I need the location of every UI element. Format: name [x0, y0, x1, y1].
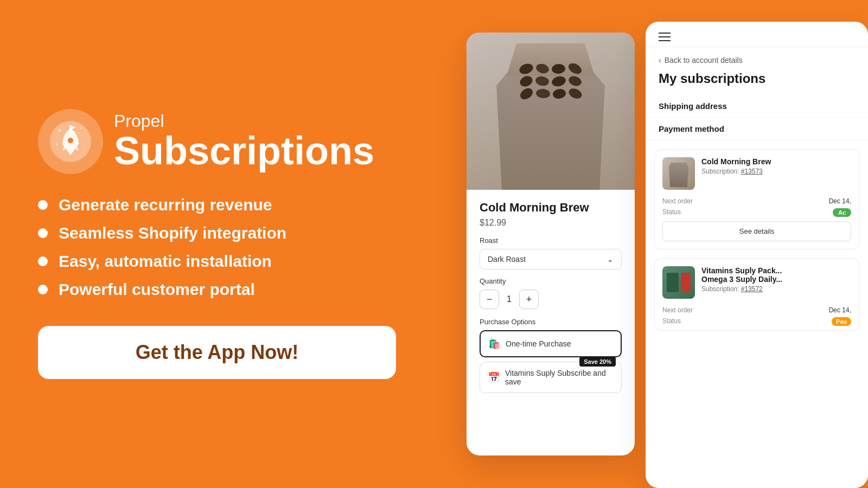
- cta-button[interactable]: Get the App Now!: [38, 326, 396, 379]
- shipping-address-nav[interactable]: Shipping address: [646, 95, 868, 118]
- active-badge: Ac: [833, 208, 851, 217]
- brand-header: Propel Subscriptions: [38, 109, 429, 174]
- menu-icon[interactable]: [659, 33, 671, 41]
- payment-method-nav[interactable]: Payment method: [646, 118, 868, 140]
- brand-name: Propel: [114, 112, 374, 131]
- status-value-1: Ac: [758, 208, 851, 217]
- bag-icon: 🛍️: [488, 338, 500, 350]
- sub-id-1: Subscription: #13573: [701, 168, 851, 175]
- quantity-decrease-button[interactable]: −: [480, 290, 499, 309]
- product-info: Cold Morning Brew $12.99 Roast Dark Roas…: [467, 190, 635, 455]
- bullet-icon-1: [38, 200, 48, 210]
- svg-point-1: [68, 138, 73, 143]
- logo-icon: [49, 120, 92, 163]
- left-marketing-section: Propel Subscriptions Generate recurring …: [0, 0, 467, 488]
- one-time-purchase-option[interactable]: 🛍️ One-time Purchase: [480, 330, 622, 357]
- sub-id-link-1[interactable]: #13573: [741, 168, 763, 175]
- feature-item-1: Generate recurring revenue: [38, 196, 429, 214]
- bullet-icon-4: [38, 285, 48, 294]
- svg-point-2: [59, 130, 61, 132]
- sub-card-header-2: Vitamins Suply Pack... Omega 3 Suply Dai…: [655, 259, 859, 306]
- svg-point-4: [56, 144, 58, 145]
- product-image: [467, 33, 635, 190]
- brand-logo: [38, 109, 103, 174]
- roast-value: Dark Roast: [488, 255, 526, 264]
- sub-info-1: Cold Morning Brew Subscription: #13573: [701, 157, 851, 175]
- feature-item-4: Powerful customer portal: [38, 280, 429, 299]
- back-to-account-button[interactable]: ‹ Back to account details: [646, 47, 868, 69]
- see-details-button-1[interactable]: See details: [662, 221, 851, 241]
- portal-panel: ‹ Back to account details My subscriptio…: [646, 22, 868, 488]
- feature-item-3: Easy, automatic installation: [38, 252, 429, 271]
- cta-label: Get the App Now!: [136, 341, 299, 364]
- subscribe-icon: 📅: [488, 371, 500, 383]
- bullet-icon-2: [38, 228, 48, 238]
- feature-item-2: Seamless Shopify integration: [38, 224, 429, 242]
- status-label-2: Status: [662, 317, 755, 326]
- sub-id-link-2[interactable]: #13572: [741, 285, 763, 293]
- sub-product-name-1: Cold Morning Brew: [701, 157, 851, 166]
- quantity-label: Quantity: [480, 277, 622, 285]
- portal-title: My subscriptions: [646, 69, 868, 95]
- subscribe-option[interactable]: Save 20% 📅 Vitamins Suply Subscribe and …: [480, 362, 622, 393]
- one-time-label: One-time Purchase: [506, 339, 571, 348]
- sub-product-name-2: Vitamins Suply Pack... Omega 3 Suply Dai…: [701, 266, 851, 284]
- sub-details-2: Next order Dec 14, Status Pau: [655, 306, 859, 330]
- subscribe-label: Vitamins Suply Subscribe and save: [505, 369, 614, 386]
- back-text: Back to account details: [665, 56, 743, 65]
- subscription-card-2: Vitamins Suply Pack... Omega 3 Suply Dai…: [654, 258, 859, 331]
- back-arrow-icon: ‹: [659, 56, 661, 65]
- quantity-increase-button[interactable]: +: [519, 290, 539, 309]
- sub-thumb-1: [662, 157, 695, 190]
- roast-label: Roast: [480, 236, 622, 245]
- vitamin-bottle-icon: [667, 273, 679, 292]
- paused-badge: Pau: [832, 317, 851, 326]
- status-label-1: Status: [662, 208, 755, 217]
- roast-select[interactable]: Dark Roast ⌄: [480, 249, 622, 269]
- sub-thumb-2: [662, 266, 695, 299]
- svg-point-5: [84, 146, 85, 147]
- sub-id-2: Subscription: #13572: [701, 285, 851, 293]
- vitamin-can-icon: [681, 273, 691, 292]
- status-value-2: Pau: [758, 317, 851, 326]
- save-badge: Save 20%: [579, 357, 616, 367]
- features-list: Generate recurring revenue Seamless Shop…: [38, 196, 429, 299]
- product-name: Cold Morning Brew: [480, 201, 622, 215]
- brand-tagline: Subscriptions: [114, 131, 374, 172]
- sub-info-2: Vitamins Suply Pack... Omega 3 Suply Dai…: [701, 266, 851, 293]
- quantity-value: 1: [507, 294, 512, 304]
- next-order-value-1: Dec 14,: [758, 197, 851, 205]
- chevron-down-icon: ⌄: [607, 255, 614, 264]
- subscription-card-1: Cold Morning Brew Subscription: #13573 N…: [654, 149, 859, 249]
- product-price: $12.99: [480, 218, 622, 228]
- svg-rect-7: [69, 125, 71, 132]
- right-demo-section: Cold Morning Brew $12.99 Roast Dark Roas…: [467, 0, 868, 488]
- svg-point-6: [78, 133, 79, 134]
- quantity-control: − 1 +: [480, 290, 622, 309]
- brand-text: Propel Subscriptions: [114, 112, 374, 172]
- purchase-options-label: Purchase Options: [480, 318, 622, 326]
- portal-header: [646, 22, 868, 47]
- next-order-label-2: Next order: [662, 306, 755, 314]
- bullet-icon-3: [38, 256, 48, 266]
- svg-point-3: [81, 127, 82, 129]
- product-card: Cold Morning Brew $12.99 Roast Dark Roas…: [467, 33, 635, 455]
- next-order-value-2: Dec 14,: [758, 306, 851, 314]
- next-order-label-1: Next order: [662, 197, 755, 205]
- sub-card-header-1: Cold Morning Brew Subscription: #13573: [655, 150, 859, 197]
- sub-details-1: Next order Dec 14, Status Ac: [655, 197, 859, 221]
